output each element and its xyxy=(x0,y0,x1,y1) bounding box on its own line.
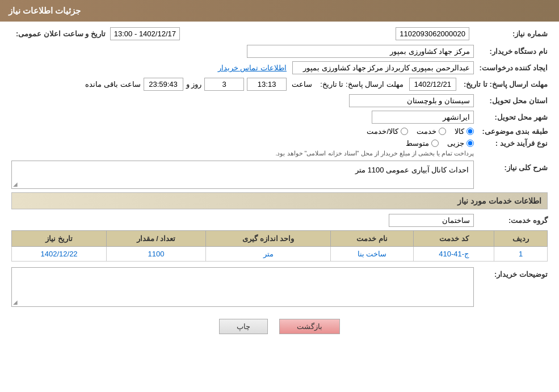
need-desc-box: احداث کانال آبیاری عمومی 1100 متر ◢ xyxy=(11,161,474,189)
category-kala-khedmat-label: کالا/خدمت xyxy=(367,127,398,136)
page-wrapper: جزئیات اطلاعات نیاز شماره نیاز: 11020930… xyxy=(0,0,559,392)
table-row: 1 ج-41-410 ساخت بنا متر 1100 1402/12/22 xyxy=(12,247,548,262)
purchase-jazei-label: جزیی xyxy=(447,139,464,147)
cell-quantity: 1100 xyxy=(107,247,206,262)
need-desc-value: احداث کانال آبیاری عمومی 1100 متر xyxy=(355,166,469,174)
need-number-value: 1102093062000020 xyxy=(396,27,469,40)
buyer-desc-row: توضیحات خریدار: ◢ xyxy=(11,267,548,307)
buyer-org-label: نام دستگاه خریدار: xyxy=(474,47,548,56)
service-group-value: ساختمان xyxy=(389,214,474,227)
cell-service-name: ساخت بنا xyxy=(331,247,414,262)
deadline-date-value: 1402/12/21 xyxy=(409,78,456,91)
content-area: شماره نیاز: 1102093062000020 1402/12/17 … xyxy=(0,22,559,348)
city-label: شهر محل تحویل: xyxy=(474,113,548,121)
page-header: جزئیات اطلاعات نیاز xyxy=(0,0,559,22)
col-date: تاریخ نیاز xyxy=(12,231,107,247)
city-row: شهر محل تحویل: ایرانشهر xyxy=(11,111,548,124)
deadline-days-value: 3 xyxy=(204,78,244,91)
top-info-row: شماره نیاز: 1102093062000020 1402/12/17 … xyxy=(11,27,548,40)
creator-row: ایجاد کننده درخواست: عبدالرحمن بمپوری کا… xyxy=(11,61,548,74)
days-label: روز و xyxy=(186,80,202,88)
back-button[interactable]: بازگشت xyxy=(279,319,340,334)
purchase-radio-motavasset[interactable] xyxy=(431,140,439,147)
buyer-desc-box[interactable]: ◢ xyxy=(11,267,474,307)
page-title: جزئیات اطلاعات نیاز xyxy=(9,6,81,15)
cell-date: 1402/12/22 xyxy=(12,247,107,262)
col-service-code: کد خدمت xyxy=(414,231,494,247)
province-label: استان محل تحویل: xyxy=(474,96,548,105)
category-option-kala-khedmat[interactable]: کالا/خدمت xyxy=(367,127,408,136)
buyer-org-row: نام دستگاه خریدار: مرکز جهاد کشاورزی بمپ… xyxy=(11,45,548,58)
time-label: ساعت xyxy=(292,80,312,88)
purchase-type-label: نوع فرآیند خرید : xyxy=(474,139,548,147)
purchase-type-radio-group: جزیی متوسط xyxy=(275,139,474,147)
purchase-type-row: نوع فرآیند خرید : جزیی متوسط پرداخت تمام… xyxy=(11,139,548,157)
need-number-label: شماره نیاز: xyxy=(474,29,548,38)
announce-date-value: 1402/12/17 - 13:00 xyxy=(110,27,180,40)
col-service-name: نام خدمت xyxy=(331,231,414,247)
contact-link[interactable]: اطلاعات تماس خریدار xyxy=(218,64,287,72)
category-khedmat-label: خدمت xyxy=(417,127,436,136)
cell-service-code: ج-41-410 xyxy=(414,247,494,262)
category-radio-kala-khedmat[interactable] xyxy=(401,128,408,135)
buyer-desc-label: توضیحات خریدار: xyxy=(474,267,548,279)
need-desc-label: شرح کلی نیاز: xyxy=(474,161,548,172)
purchase-type-note: پرداخت تمام یا بخشی از مبلغ خریدار از مح… xyxy=(275,150,474,157)
creator-label: ایجاد کننده درخواست: xyxy=(474,64,548,72)
category-kala-label: کالا xyxy=(455,127,464,136)
announce-date-group: 1402/12/17 - 13:00 تاریخ و ساعت اعلان عم… xyxy=(11,27,180,40)
purchase-motavasset-label: متوسط xyxy=(406,139,429,147)
province-row: استان محل تحویل: سیستان و بلوچستان xyxy=(11,94,548,107)
category-radio-group: کالا خدمت کالا/خدمت xyxy=(367,127,474,136)
col-quantity: تعداد / مقدار xyxy=(107,231,206,247)
resize-handle: ◢ xyxy=(13,181,18,187)
resize-handle-buyer: ◢ xyxy=(13,299,18,305)
category-option-kala[interactable]: کالا xyxy=(455,127,474,136)
deadline-time-label: مهلت ارسال پاسخ: تا تاریخ: xyxy=(320,80,404,88)
city-value: ایرانشهر xyxy=(372,111,474,124)
category-option-khedmat[interactable]: خدمت xyxy=(417,127,446,136)
cell-row-num: 1 xyxy=(494,247,548,262)
service-group-row: گروه خدمت: ساختمان xyxy=(11,214,548,227)
category-radio-kala[interactable] xyxy=(466,128,474,135)
countdown-value: 23:59:43 xyxy=(144,78,183,91)
deadline-row: مهلت ارسال پاسخ: تا تاریخ: 1402/12/21 مه… xyxy=(11,78,548,91)
cell-unit: متر xyxy=(205,247,330,262)
creator-value: عبدالرحمن بمپوری کاربرداز مرکز جهاد کشاو… xyxy=(292,61,474,74)
category-label: طبقه بندی موضوعی: xyxy=(474,127,548,136)
province-value: سیستان و بلوچستان xyxy=(349,94,474,107)
button-row: بازگشت چاپ xyxy=(11,310,548,343)
need-desc-row: شرح کلی نیاز: احداث کانال آبیاری عمومی 1… xyxy=(11,161,548,189)
print-button[interactable]: چاپ xyxy=(219,319,268,334)
deadline-time-value: 13:13 xyxy=(247,78,287,91)
col-unit: واحد اندازه گیری xyxy=(205,231,330,247)
col-row-num: ردیف xyxy=(494,231,548,247)
category-row: طبقه بندی موضوعی: کالا خدمت کالا/خدمت xyxy=(11,127,548,136)
category-radio-khedmat[interactable] xyxy=(439,128,446,135)
announce-date-label: تاریخ و ساعت اعلان عمومی: xyxy=(11,29,106,38)
purchase-type-jazei[interactable]: جزیی xyxy=(447,139,474,147)
services-section-header: اطلاعات خدمات مورد نیاز xyxy=(11,192,548,209)
service-group-label: گروه خدمت: xyxy=(474,216,548,225)
need-number-group: شماره نیاز: 1102093062000020 xyxy=(396,27,548,40)
services-table: ردیف کد خدمت نام خدمت واحد اندازه گیری ت… xyxy=(11,230,548,262)
deadline-label: مهلت ارسال پاسخ: تا تاریخ: xyxy=(459,80,548,88)
buyer-org-value: مرکز جهاد کشاورزی بمپور xyxy=(247,45,474,58)
purchase-type-motavasset[interactable]: متوسط xyxy=(406,139,439,147)
table-header-row: ردیف کد خدمت نام خدمت واحد اندازه گیری ت… xyxy=(12,231,548,247)
remaining-label: ساعت باقی مانده xyxy=(85,80,140,88)
purchase-radio-jazei[interactable] xyxy=(466,140,474,147)
